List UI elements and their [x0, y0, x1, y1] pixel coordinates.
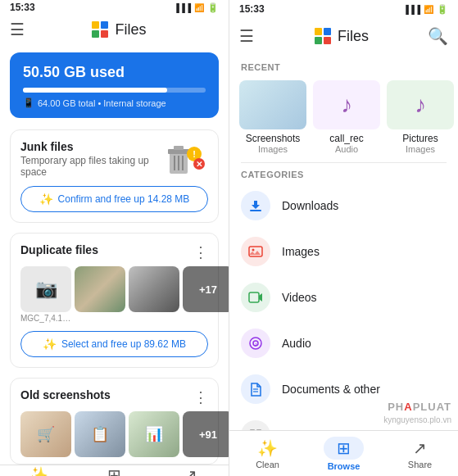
duplicate-card-header: Duplicate files ⋮: [20, 243, 208, 261]
thumb-item-3: [129, 266, 179, 314]
junk-illustration: ! ✕: [163, 141, 208, 177]
svg-rect-3: [101, 30, 108, 38]
junk-action-button[interactable]: ✨ Confirm and free up 14.28 MB: [20, 186, 208, 212]
right-panel: 15:33 ▐▐▐ 📶 🔋 ☰ Files 🔍 RECENT: [229, 0, 458, 476]
thumb-item-2: [75, 266, 125, 314]
right-nav-share[interactable]: ↗ Share: [382, 431, 458, 476]
category-audio[interactable]: ♪ Audio: [229, 320, 458, 366]
duplicate-action-icon: ✨: [43, 338, 57, 351]
svg-rect-0: [92, 21, 99, 29]
signal-icon: ▐▐▐: [174, 3, 191, 12]
phone-icon: 📱: [23, 97, 34, 108]
category-downloads[interactable]: Downloads: [229, 183, 458, 229]
left-header-title: Files: [115, 21, 146, 39]
documents-label: Documents & other: [282, 383, 380, 396]
left-time: 15:33: [10, 2, 35, 13]
recent-row: Screenshots Images ♪ call_rec Audio ♪ Pi…: [229, 75, 458, 162]
storage-used-label: 50.50 GB used: [23, 64, 206, 81]
audio-label: Audio: [282, 337, 311, 350]
ss-count: +91: [183, 411, 229, 457]
svg-rect-2: [92, 30, 99, 38]
ss-thumb-2: 📋: [75, 411, 125, 457]
thumb-item-count: +17: [183, 266, 229, 312]
images-label: Images: [282, 245, 320, 258]
junk-title: Junk files: [20, 140, 163, 153]
svg-rect-17: [324, 37, 331, 44]
left-panel: 15:33 ▐▐▐ 📶 🔋 ☰ Files 50.50 GB used 📱: [0, 0, 229, 476]
documents-icon: [241, 374, 270, 404]
svg-rect-16: [315, 37, 322, 44]
downloads-label: Downloads: [282, 199, 338, 212]
left-nav-share[interactable]: ↗ Share: [152, 465, 229, 476]
svg-rect-6: [174, 146, 184, 150]
right-share-label: Share: [408, 460, 432, 469]
duplicate-action-label: Select and free up 89.62 MB: [61, 338, 186, 350]
junk-text: Junk files Temporary app files taking up…: [20, 140, 163, 178]
watermark: PHAPLUAT kynguyenso.plo.vn: [383, 401, 451, 425]
recent-pictures-type: Images: [406, 144, 435, 154]
recent-item-screenshots[interactable]: Screenshots Images: [239, 80, 306, 154]
browse-active-bg: ⊞: [324, 437, 364, 460]
right-search-icon[interactable]: 🔍: [428, 26, 448, 46]
duplicate-title: Duplicate files: [20, 243, 98, 256]
right-clean-icon: ✨: [257, 438, 278, 458]
junk-action-icon: ✨: [39, 193, 53, 206]
pictures-note-icon: ♪: [415, 92, 426, 118]
duplicate-card: Duplicate files ⋮ 📷 MGC_7,4.104... +17 ✨…: [10, 233, 219, 368]
category-images[interactable]: Images: [229, 229, 458, 274]
right-status-bar: 15:33 ▐▐▐ 📶 🔋: [229, 0, 458, 16]
thumb-item: 📷 MGC_7,4.104...: [20, 266, 71, 323]
left-menu-icon[interactable]: ☰: [10, 20, 25, 39]
left-share-icon: ↗: [184, 465, 197, 476]
left-bottom-nav: ✨ Clean ⊞ Browse ↗ Share: [0, 465, 229, 476]
storage-bar-fill: [23, 88, 167, 93]
storage-bar-bg: [23, 88, 206, 93]
left-status-icons: ▐▐▐ 📶 🔋: [174, 2, 219, 13]
right-browse-icon: ⊞: [337, 439, 351, 457]
watermark-line1: PHAPLUAT: [383, 401, 451, 415]
screenshots-more-icon[interactable]: ⋮: [193, 388, 208, 406]
recent-item-pictures[interactable]: ♪ Pictures Images: [387, 80, 454, 154]
right-logo: Files: [254, 26, 428, 46]
svg-rect-14: [315, 28, 322, 35]
left-logo: Files: [34, 20, 202, 39]
junk-subtitle: Temporary app files taking up space: [20, 155, 163, 178]
duplicate-action-button[interactable]: ✨ Select and free up 89.62 MB: [20, 331, 208, 357]
thumb-camera: 📷: [20, 266, 71, 312]
screenshots-thumbs: 🛒 📋 📊 +91: [20, 411, 208, 457]
category-videos[interactable]: Videos: [229, 274, 458, 320]
right-nav-browse[interactable]: ⊞ Browse: [306, 431, 382, 476]
right-scroll-content: RECENT Screenshots Images ♪ call_rec A: [229, 56, 458, 430]
right-header-title: Files: [338, 28, 369, 45]
right-menu-icon[interactable]: ☰: [239, 26, 254, 46]
left-header: ☰ Files: [0, 13, 229, 46]
recent-audio-type: Audio: [335, 144, 358, 154]
audio-note-icon: ♪: [341, 92, 352, 118]
duplicate-thumbs: 📷 MGC_7,4.104... +17: [20, 266, 208, 323]
recent-screenshots-name: Screenshots: [246, 133, 301, 144]
apps-icon: [241, 420, 270, 430]
right-files-logo-icon: [313, 26, 333, 46]
watermark-line2: kynguyenso.plo.vn: [383, 415, 451, 425]
recent-thumb-audio: ♪: [313, 80, 380, 129]
right-nav-clean[interactable]: ✨ Clean: [229, 431, 306, 476]
storage-card: 50.50 GB used 📱 64.00 GB total • Interna…: [10, 52, 219, 118]
ss-thumb-1: 🛒: [20, 411, 71, 457]
screenshots-card-header: Old screenshots ⋮: [20, 388, 208, 406]
left-nav-browse[interactable]: ⊞ Browse: [76, 465, 152, 476]
svg-rect-18: [250, 210, 261, 211]
images-icon: [241, 237, 270, 266]
recent-screenshots-type: Images: [258, 144, 288, 154]
videos-label: Videos: [282, 291, 317, 304]
duplicate-more-icon[interactable]: ⋮: [193, 243, 208, 261]
left-browse-icon: ⊞: [107, 465, 121, 476]
thumb-nature: [75, 266, 125, 312]
left-nav-clean[interactable]: ✨ Clean: [0, 465, 76, 476]
recent-item-audio[interactable]: ♪ call_rec Audio: [313, 80, 380, 154]
ss-thumb-3: 📊: [129, 411, 179, 457]
svg-rect-15: [324, 28, 331, 35]
right-share-icon: ↗: [413, 438, 427, 458]
junk-content: Junk files Temporary app files taking up…: [20, 140, 208, 178]
right-bottom-nav: ✨ Clean ⊞ Browse ↗ Share: [229, 430, 458, 476]
junk-action-label: Confirm and free up 14.28 MB: [58, 193, 190, 205]
